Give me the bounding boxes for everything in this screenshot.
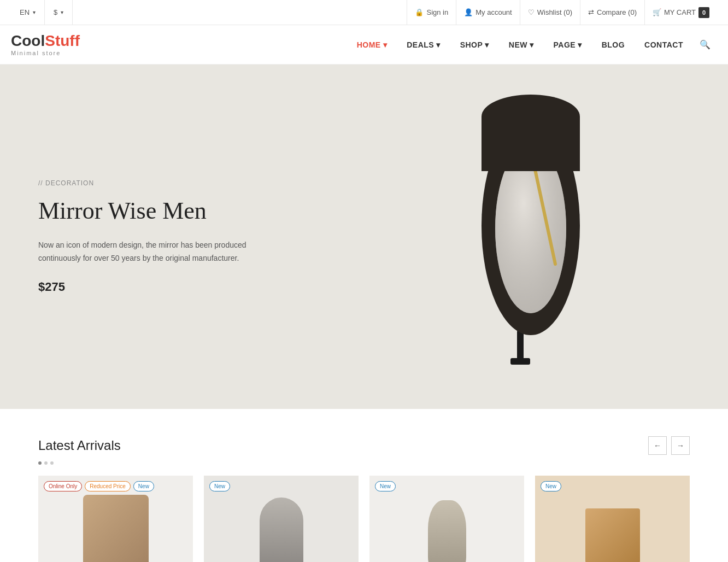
my-account-btn[interactable]: 👤 My account bbox=[456, 0, 519, 25]
badge-row-2: New bbox=[209, 481, 230, 491]
badge-new-4: New bbox=[541, 481, 561, 491]
currency-label: $ bbox=[54, 8, 57, 16]
nav-links: HOME ▾ DEALS ▾ SHOP ▾ NEW ▾ PAGE ▾ BLOG … bbox=[347, 25, 717, 65]
badge-new-2: New bbox=[209, 481, 230, 491]
nav-shop-label: SHOP bbox=[460, 40, 483, 49]
nav-new-chevron: ▾ bbox=[530, 40, 534, 49]
badge-online-only: Online Only bbox=[44, 481, 82, 491]
top-bar: EN ▾ $ ▾ 🔒 Sign in 👤 My account ♡ Wishli… bbox=[0, 0, 728, 25]
nav-shop-chevron: ▾ bbox=[485, 40, 489, 49]
carousel-dot-3[interactable] bbox=[50, 461, 54, 465]
hero-title: Mirror Wise Men bbox=[38, 197, 279, 226]
carousel-prev-button[interactable]: ← bbox=[648, 436, 667, 455]
compare-label: Compare (0) bbox=[597, 8, 637, 16]
nav-home[interactable]: HOME ▾ bbox=[347, 25, 397, 65]
nav-contact-label: CONTACT bbox=[644, 40, 683, 49]
latest-arrivals-title: Latest Arrivals bbox=[38, 438, 121, 453]
nav-new[interactable]: NEW ▾ bbox=[499, 25, 544, 65]
carousel-next-button[interactable]: → bbox=[671, 436, 690, 455]
lock-icon: 🔒 bbox=[415, 8, 424, 16]
hero-section: // DECORATION Mirror Wise Men Now an ico… bbox=[0, 65, 728, 409]
product-image-4 bbox=[585, 508, 640, 562]
my-account-label: My account bbox=[475, 8, 512, 16]
product-thumb-4: New bbox=[535, 476, 690, 562]
lang-select[interactable]: EN ▾ bbox=[11, 0, 45, 25]
cart-icon: 🛒 bbox=[653, 8, 661, 16]
hero-description: Now an icon of modern design, the mirror… bbox=[38, 239, 279, 265]
product-card-4[interactable]: New bbox=[535, 476, 690, 562]
product-thumb-2: New bbox=[204, 476, 359, 562]
sign-in-btn[interactable]: 🔒 Sign in bbox=[407, 0, 456, 25]
nav-new-label: NEW bbox=[509, 40, 527, 49]
nav-home-label: HOME bbox=[357, 40, 381, 49]
product-image-1 bbox=[83, 495, 149, 562]
nav-deals[interactable]: DEALS ▾ bbox=[397, 25, 450, 65]
nav-contact[interactable]: CONTACT bbox=[635, 25, 693, 65]
lang-chevron: ▾ bbox=[33, 9, 36, 15]
user-icon: 👤 bbox=[464, 8, 473, 16]
badge-reduced-price: Reduced Price bbox=[85, 481, 131, 491]
logo-cool: Cool bbox=[11, 32, 45, 49]
top-bar-right: 🔒 Sign in 👤 My account ♡ Wishlist (0) ⇄ … bbox=[407, 0, 717, 25]
cart-count: 0 bbox=[698, 7, 709, 18]
product-image-3 bbox=[428, 500, 466, 562]
heart-icon: ♡ bbox=[528, 8, 535, 16]
logo-stuff: Stuff bbox=[45, 32, 80, 49]
top-bar-left: EN ▾ $ ▾ bbox=[11, 0, 73, 25]
latest-header: Latest Arrivals ← → bbox=[38, 436, 690, 455]
product-card-3[interactable]: New bbox=[369, 476, 524, 562]
compare-btn[interactable]: ⇄ Compare (0) bbox=[580, 0, 644, 25]
product-card-2[interactable]: New bbox=[204, 476, 359, 562]
carousel-dots bbox=[38, 461, 690, 465]
navbar: CoolStuff Minimal store HOME ▾ DEALS ▾ S… bbox=[0, 25, 728, 65]
mirror-illustration bbox=[446, 78, 610, 395]
wishlist-label: Wishlist (0) bbox=[537, 8, 572, 16]
nav-page-label: PAGE bbox=[554, 40, 576, 49]
hero-category: // DECORATION bbox=[38, 179, 279, 187]
badge-new-1: New bbox=[133, 481, 154, 491]
logo-tagline: Minimal store bbox=[11, 50, 80, 56]
search-icon: 🔍 bbox=[700, 39, 711, 50]
cart-btn[interactable]: 🛒 MY CART 0 bbox=[644, 0, 717, 25]
product-thumb-1: Online Only Reduced Price New bbox=[38, 476, 193, 562]
carousel-dot-2[interactable] bbox=[44, 461, 48, 465]
nav-deals-label: DEALS bbox=[407, 40, 434, 49]
nav-shop[interactable]: SHOP ▾ bbox=[450, 25, 499, 65]
wishlist-btn[interactable]: ♡ Wishlist (0) bbox=[520, 0, 580, 25]
hero-content: // DECORATION Mirror Wise Men Now an ico… bbox=[38, 179, 279, 294]
cart-label: MY CART bbox=[664, 8, 696, 16]
carousel-arrows: ← → bbox=[648, 436, 690, 455]
nav-deals-chevron: ▾ bbox=[436, 40, 441, 49]
nav-page-chevron: ▾ bbox=[578, 40, 582, 49]
svg-rect-1 bbox=[510, 358, 530, 365]
logo[interactable]: CoolStuff Minimal store bbox=[11, 33, 80, 56]
nav-home-chevron: ▾ bbox=[383, 40, 388, 49]
svg-rect-7 bbox=[482, 116, 580, 171]
badge-row-4: New bbox=[541, 481, 561, 491]
lang-label: EN bbox=[20, 8, 30, 16]
badge-new-3: New bbox=[375, 481, 396, 491]
latest-arrivals-section: Latest Arrivals ← → Online Only Reduced … bbox=[0, 409, 728, 562]
carousel-dot-1[interactable] bbox=[38, 461, 42, 465]
logo-text: CoolStuff bbox=[11, 33, 80, 49]
search-button[interactable]: 🔍 bbox=[693, 25, 717, 65]
product-card-1[interactable]: Online Only Reduced Price New bbox=[38, 476, 193, 562]
hero-price: $275 bbox=[38, 280, 279, 294]
sign-in-label: Sign in bbox=[426, 8, 448, 16]
nav-blog[interactable]: BLOG bbox=[592, 25, 635, 65]
product-image-2 bbox=[260, 497, 303, 562]
nav-blog-label: BLOG bbox=[602, 40, 625, 49]
product-grid: Online Only Reduced Price New New New bbox=[38, 476, 690, 562]
currency-select[interactable]: $ ▾ bbox=[45, 0, 73, 25]
product-thumb-3: New bbox=[369, 476, 524, 562]
nav-page[interactable]: PAGE ▾ bbox=[544, 25, 592, 65]
badge-row-3: New bbox=[375, 481, 396, 491]
compare-icon: ⇄ bbox=[588, 8, 594, 16]
svg-rect-0 bbox=[517, 330, 524, 362]
currency-chevron: ▾ bbox=[61, 9, 63, 15]
hero-image bbox=[327, 65, 728, 409]
badge-row-1: Online Only Reduced Price New bbox=[44, 481, 154, 491]
